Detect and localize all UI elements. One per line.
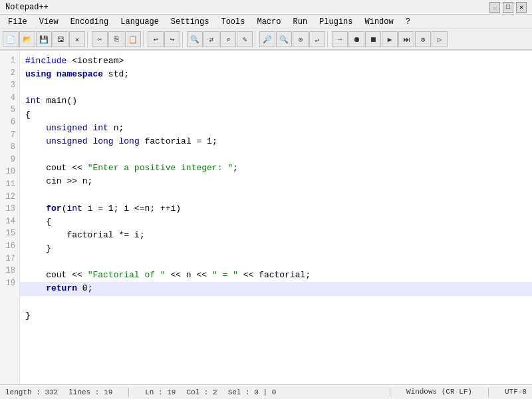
toolbar: 📄 📂 💾 🖫 ✕ ✂ ⎘ 📋 ↩ ↪ 🔍 ⇄ ⌕ ✎ 🔎 🔍 ⊙ ↵ → ⏺ … — [0, 29, 532, 51]
line-num: 6 — [4, 116, 15, 129]
line-num: 14 — [4, 215, 15, 228]
line-num: 4 — [4, 92, 15, 104]
macro-record-button[interactable]: ⏺ — [348, 31, 364, 47]
redo-button[interactable]: ↪ — [164, 31, 180, 47]
menu-language[interactable]: Language — [115, 16, 164, 28]
run-button[interactable]: ▷ — [432, 31, 448, 47]
editor-container: 1 2 3 4 5 6 7 8 9 10 11 12 13 14 15 16 1… — [0, 51, 532, 384]
menu-macro[interactable]: Macro — [251, 16, 286, 28]
line-num: 15 — [4, 227, 15, 240]
toolbar-sep-5 — [327, 31, 330, 47]
macro-run-button[interactable]: ⏭ — [398, 31, 414, 47]
menu-?[interactable]: ? — [400, 16, 416, 28]
zoom-restore-button[interactable]: ⊙ — [293, 31, 309, 47]
line-num: 3 — [4, 79, 15, 92]
find-button[interactable]: 🔍 — [187, 31, 203, 47]
python-script-button[interactable]: ⚙ — [415, 31, 431, 47]
menu-tools[interactable]: Tools — [215, 16, 250, 28]
line-num: 10 — [4, 166, 15, 178]
line-num: 9 — [4, 154, 15, 166]
line-num: 13 — [4, 203, 15, 215]
ln-status: Ln : 19 — [145, 388, 176, 396]
indent-button[interactable]: → — [332, 31, 348, 47]
line-num: 17 — [4, 253, 15, 265]
window-controls[interactable]: _ □ ✕ — [489, 2, 527, 13]
line-num: 1 — [4, 55, 15, 67]
statusbar: length : 332 lines : 19 Ln : 19 Col : 2 … — [0, 384, 532, 399]
menu-settings[interactable]: Settings — [166, 16, 215, 28]
zoom-out-button[interactable]: 🔍 — [276, 31, 292, 47]
copy-button[interactable]: ⎘ — [108, 31, 124, 47]
menu-encoding[interactable]: Encoding — [65, 16, 114, 28]
status-sep-3 — [488, 388, 489, 397]
line-num: 11 — [4, 178, 15, 191]
status-sep-1 — [128, 388, 129, 397]
toolbar-sep-1 — [87, 31, 90, 47]
menu-run[interactable]: Run — [287, 16, 313, 28]
toolbar-sep-2 — [143, 31, 146, 47]
menu-plugins[interactable]: Plugins — [314, 16, 358, 28]
menu-window[interactable]: Window — [360, 16, 399, 28]
paste-button[interactable]: 📋 — [125, 31, 141, 47]
open-button[interactable]: 📂 — [19, 31, 35, 47]
encoding-status: UTF-8 — [505, 388, 527, 397]
line-ending-status: Windows (CR LF) — [406, 388, 472, 397]
titlebar: Notepad++ _ □ ✕ — [0, 0, 532, 15]
mark-button[interactable]: ✎ — [237, 31, 253, 47]
line-num: 16 — [4, 240, 15, 253]
menu-view[interactable]: View — [34, 16, 64, 28]
replace-button[interactable]: ⇄ — [203, 31, 219, 47]
status-sep-2 — [390, 388, 390, 397]
line-num: 7 — [4, 129, 15, 142]
lines-status: lines : 19 — [68, 388, 112, 396]
maximize-button[interactable]: □ — [503, 2, 513, 13]
menu-file[interactable]: File — [3, 16, 33, 28]
app-title: Notepad++ — [5, 3, 49, 12]
line-num: 5 — [4, 104, 15, 116]
line-num: 2 — [4, 67, 15, 80]
code-editor[interactable]: #include <iostream> using namespace std;… — [20, 51, 532, 384]
toolbar-sep-4 — [255, 31, 257, 47]
undo-button[interactable]: ↩ — [148, 31, 164, 47]
line-num: 18 — [4, 265, 15, 277]
zoom-in-button[interactable]: 🔎 — [259, 31, 275, 47]
close-button[interactable]: ✕ — [516, 2, 527, 13]
menubar: FileViewEncodingLanguageSettingsToolsMac… — [0, 15, 532, 29]
cut-button[interactable]: ✂ — [92, 31, 108, 47]
line-num: 19 — [4, 277, 15, 290]
macro-stop-button[interactable]: ⏹ — [365, 31, 381, 47]
save-button[interactable]: 💾 — [36, 31, 52, 47]
save-all-button[interactable]: 🖫 — [53, 31, 68, 47]
line-num: 12 — [4, 191, 15, 203]
close-button[interactable]: ✕ — [69, 31, 85, 47]
find-in-files-button[interactable]: ⌕ — [220, 31, 236, 47]
new-button[interactable]: 📄 — [3, 31, 19, 47]
minimize-button[interactable]: _ — [489, 2, 500, 13]
macro-play-button[interactable]: ▶ — [382, 31, 398, 47]
toolbar-sep-3 — [182, 31, 185, 47]
col-status: Col : 2 — [186, 388, 217, 396]
word-wrap-button[interactable]: ↵ — [309, 31, 325, 47]
line-num: 8 — [4, 141, 15, 154]
sel-status: Sel : 0 | 0 — [228, 388, 277, 396]
length-status: length : 332 — [5, 388, 58, 396]
line-numbers: 1 2 3 4 5 6 7 8 9 10 11 12 13 14 15 16 1… — [0, 51, 20, 384]
status-right: Windows (CR LF) UTF-8 — [384, 388, 527, 397]
